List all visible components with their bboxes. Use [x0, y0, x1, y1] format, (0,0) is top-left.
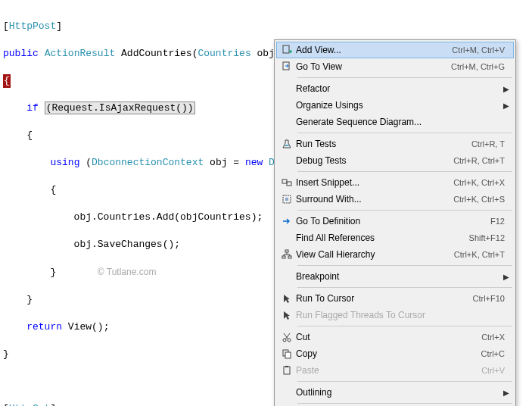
menu-item-breakpoint[interactable]: Breakpoint▶ [276, 268, 514, 285]
menu-item-copy[interactable]: CopyCtrl+C [276, 345, 514, 362]
menu-shortcut: Ctrl+C [481, 349, 509, 358]
menu-label: Find All References [296, 233, 469, 243]
menu-label: Add View... [296, 45, 452, 55]
menu-item-go-to-definition[interactable]: Go To DefinitionF12 [276, 213, 514, 230]
svg-rect-4 [282, 180, 287, 183]
brace: } [3, 348, 9, 360]
kw-return: return [26, 321, 62, 333]
brace: { [3, 130, 33, 141]
menu-shortcut: Ctrl+F10 [473, 294, 510, 303]
menu-separator [297, 171, 512, 172]
menu-label: Go To Definition [296, 216, 490, 226]
menu-item-run-to-cursor[interactable]: Run To CursorCtrl+F10 [276, 290, 514, 307]
submenu-arrow-icon: ▶ [500, 273, 509, 281]
menu-item-surround-with[interactable]: Surround With...Ctrl+K, Ctrl+S [276, 191, 514, 208]
attribute-httppost: HttpPost [9, 20, 56, 32]
hier-icon [278, 249, 296, 260]
menu-shortcut: Shift+F12 [469, 233, 509, 242]
menu-shortcut: Ctrl+M, Ctrl+V [452, 45, 509, 55]
bracket: ] [56, 20, 62, 32]
menu-shortcut: Ctrl+M, Ctrl+G [451, 62, 509, 71]
watermark: © Tutlane.com [98, 267, 157, 277]
menu-item-run-flagged-threads-to-cursor: Run Flagged Threads To Cursor [276, 307, 514, 323]
surround-icon [278, 194, 296, 205]
brace: { [3, 184, 56, 195]
flask-icon [278, 139, 296, 149]
menu-item-run-tests[interactable]: Run TestsCtrl+R, T [276, 136, 514, 152]
svg-rect-14 [285, 352, 291, 358]
submenu-arrow-icon: ▶ [500, 389, 509, 397]
menu-item-paste: PasteCtrl+V [276, 362, 514, 379]
menu-label: Run Tests [296, 139, 471, 149]
menu-label: Generate Sequence Diagram... [296, 117, 509, 127]
svg-rect-9 [282, 256, 285, 258]
menu-shortcut: Ctrl+R, Ctrl+T [453, 156, 509, 165]
menu-label: Copy [296, 348, 481, 359]
brace: } [3, 267, 56, 278]
menu-separator [297, 133, 512, 133]
menu-label: Run Flagged Threads To Cursor [296, 310, 509, 320]
svg-rect-0 [283, 45, 289, 53]
menu-separator [297, 265, 512, 266]
copy-icon [278, 348, 296, 359]
menu-label: Outlining [296, 387, 500, 398]
submenu-arrow-icon: ▶ [500, 102, 509, 110]
brace: } [3, 294, 33, 305]
type-dbcontext: DbconnectionContext [92, 157, 204, 168]
selection-highlight: (Request.IsAjaxRequest()) [45, 102, 195, 114]
menu-label: Refactor [296, 83, 500, 94]
menu-item-add-view[interactable]: Add View...Ctrl+M, Ctrl+V [276, 42, 514, 58]
menu-label: Go To View [296, 61, 451, 72]
menu-separator [297, 210, 512, 211]
menu-separator [297, 287, 512, 288]
menu-item-find-all-references[interactable]: Find All ReferencesShift+F12 [276, 230, 514, 246]
svg-rect-7 [285, 198, 288, 201]
menu-item-insert-snippet[interactable]: Insert Snippet...Ctrl+K, Ctrl+X [276, 174, 514, 191]
menu-separator [297, 77, 512, 78]
snippet-icon [278, 177, 296, 188]
type-countries: Countries [198, 48, 250, 59]
menu-label: Insert Snippet... [296, 177, 453, 188]
stmt-add: obj.Countries.Add(objCountries); [3, 211, 263, 223]
kw-using: using [50, 157, 79, 168]
menu-separator [297, 403, 512, 404]
menu-shortcut: Ctrl+K, Ctrl+T [454, 250, 509, 259]
bracket: ] [50, 403, 56, 406]
menu-item-view-call-hierarchy[interactable]: View Call HierarchyCtrl+K, Ctrl+T [276, 246, 514, 263]
cursor-icon [278, 293, 296, 304]
menu-label: Organize Usings [296, 100, 500, 111]
svg-rect-15 [284, 367, 290, 374]
menu-label: Surround With... [296, 194, 453, 205]
doc-plus-icon [278, 45, 296, 55]
cut-icon [278, 332, 296, 342]
menu-separator [297, 326, 512, 326]
kw-if: if [26, 102, 39, 114]
menu-item-go-to-view[interactable]: Go To ViewCtrl+M, Ctrl+G [276, 58, 514, 75]
goto-icon [278, 216, 296, 226]
menu-item-refactor[interactable]: Refactor▶ [276, 80, 514, 97]
menu-item-cut[interactable]: CutCtrl+X [276, 329, 514, 345]
menu-item-generate-sequence-diagram[interactable]: Generate Sequence Diagram... [276, 114, 514, 130]
menu-label: Debug Tests [296, 155, 453, 166]
doc-arrow-icon [278, 61, 296, 72]
svg-rect-16 [285, 366, 288, 367]
menu-item-organize-usings[interactable]: Organize Usings▶ [276, 97, 514, 114]
paste-icon [278, 365, 296, 376]
menu-label: View Call Hierarchy [296, 249, 454, 260]
bracket: [ [3, 20, 9, 32]
menu-item-debug-tests[interactable]: Debug TestsCtrl+R, Ctrl+T [276, 152, 514, 169]
menu-shortcut: F12 [490, 217, 509, 226]
menu-label: Cut [296, 332, 481, 342]
menu-separator [297, 381, 512, 382]
menu-shortcut: Ctrl+V [481, 366, 509, 375]
svg-rect-5 [287, 182, 291, 186]
attribute-httpget: HttpGet [9, 403, 51, 406]
stmt-save: obj.SaveChanges(); [3, 239, 180, 250]
menu-item-outlining[interactable]: Outlining▶ [276, 384, 514, 401]
svg-rect-10 [288, 256, 291, 258]
menu-shortcut: Ctrl+X [481, 333, 509, 342]
kw-new: new [245, 157, 263, 168]
menu-label: Run To Cursor [296, 293, 473, 304]
svg-rect-8 [285, 250, 288, 252]
cursor-icon [278, 310, 296, 320]
